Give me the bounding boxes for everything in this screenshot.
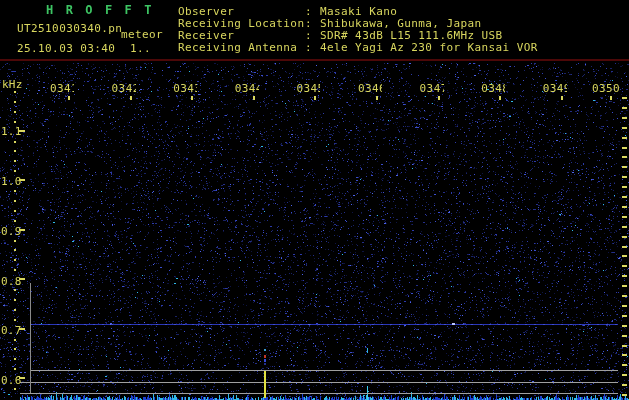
x-axis-label: 0350 — [592, 82, 624, 95]
y-axis-minor-tick — [14, 358, 16, 360]
y-axis-major-tick — [19, 377, 25, 379]
right-axis-tick — [622, 117, 627, 119]
y-axis-minor-tick — [14, 210, 16, 212]
right-axis-tick — [622, 156, 627, 158]
y-axis-minor-tick — [14, 368, 16, 370]
x-axis-label: 0349 — [543, 82, 567, 95]
right-axis-tick — [622, 295, 627, 297]
right-axis-tick — [622, 305, 627, 307]
right-axis-tick — [622, 127, 627, 129]
right-axis-tick — [622, 265, 627, 267]
app-title: H R O F F T — [46, 3, 154, 17]
y-axis-unit: kHz — [2, 78, 22, 91]
y-axis-minor-tick — [14, 289, 16, 291]
y-axis-minor-tick — [14, 121, 16, 123]
right-axis-tick — [622, 147, 627, 149]
x-axis-label: 0342 — [112, 82, 136, 95]
y-axis-minor-tick — [14, 319, 16, 321]
x-axis-tick — [376, 96, 378, 100]
y-axis-minor-tick — [14, 339, 16, 341]
x-axis-tick — [130, 96, 132, 100]
info-label-antenna: Receiving Antenna — [178, 41, 297, 54]
carrier-bright-spot — [308, 324, 310, 325]
y-axis-minor-tick — [14, 348, 16, 350]
meteor-echo-pixel-dim — [264, 363, 266, 365]
right-axis-tick — [622, 394, 627, 396]
x-axis-tick — [438, 96, 440, 100]
x-axis-tick — [314, 96, 316, 100]
y-axis-minor-tick — [14, 388, 16, 390]
x-axis-label: 0345 — [296, 82, 320, 95]
y-axis-label: 0.6 — [1, 374, 21, 387]
y-axis-minor-tick — [14, 150, 16, 152]
right-axis-tick — [622, 354, 627, 356]
strip-divider-line — [20, 382, 618, 383]
x-axis-tick — [561, 96, 563, 100]
header-separator-line — [0, 59, 629, 61]
y-axis-minor-tick — [14, 190, 16, 192]
y-axis-minor-tick — [14, 200, 16, 202]
y-axis-major-tick — [19, 278, 25, 280]
right-axis-tick — [622, 335, 627, 337]
x-axis-tick — [499, 96, 501, 100]
mode-label: meteor — [121, 28, 163, 41]
y-axis-major-tick — [19, 179, 25, 181]
carrier-bright-spot — [222, 324, 224, 325]
right-axis-tick — [622, 196, 627, 198]
y-axis-major-tick — [19, 328, 25, 330]
y-axis-major-tick — [19, 229, 25, 231]
y-axis-label: 0.8 — [1, 275, 21, 288]
right-axis-tick — [622, 216, 627, 218]
y-axis-minor-tick — [14, 249, 16, 251]
y-axis-minor-tick — [14, 160, 16, 162]
right-axis-tick — [622, 236, 627, 238]
x-axis-label: 0341 — [50, 82, 74, 95]
weak-echo-tick — [367, 348, 368, 353]
meteor-echo-pixel-red — [264, 355, 266, 358]
y-axis-minor-tick — [14, 240, 16, 242]
y-axis-minor-tick — [14, 269, 16, 271]
info-value-antenna: 4ele Yagi Az 230 for Kansai VOR — [320, 41, 538, 54]
y-axis-label: 0.7 — [1, 324, 21, 337]
x-axis-label: 0343 — [173, 82, 197, 95]
x-axis-tick — [253, 96, 255, 100]
y-axis-label: 0.9 — [1, 225, 21, 238]
meteor-echo-line — [264, 371, 266, 398]
y-axis-minor-tick — [14, 141, 16, 143]
capture-filename: UT2510030340.pn — [17, 22, 122, 35]
carrier-bright-spot — [452, 323, 455, 325]
y-axis-minor-tick — [14, 101, 16, 103]
carrier-bright-spot — [110, 324, 111, 325]
x-axis-label: 0348 — [481, 82, 505, 95]
y-axis-minor-tick — [14, 220, 16, 222]
right-axis-tick — [622, 315, 627, 317]
hrofft-spectrogram-screen: H R O F F T UT2510030340.pn meteor 25.10… — [0, 0, 629, 400]
right-axis-tick — [622, 107, 627, 109]
y-axis-minor-tick — [14, 299, 16, 301]
y-axis-minor-tick — [14, 91, 16, 93]
x-axis-tick — [68, 96, 70, 100]
meteor-echo-pixel-cyan — [264, 349, 266, 351]
strip-divider-line — [30, 370, 618, 371]
right-axis-tick — [622, 166, 627, 168]
x-axis-label: 0346 — [358, 82, 382, 95]
right-axis-tick — [622, 345, 627, 347]
right-axis-tick — [622, 226, 627, 228]
right-axis-tick — [622, 186, 627, 188]
y-axis-minor-tick — [14, 111, 16, 113]
timestamp: 25.10.03 03:40 — [17, 42, 115, 55]
right-axis-tick — [622, 325, 627, 327]
right-axis-tick — [622, 374, 627, 376]
right-axis-tick — [622, 384, 627, 386]
right-axis-tick — [622, 275, 627, 277]
x-axis-tick — [191, 96, 193, 100]
right-axis-tick — [622, 364, 627, 366]
y-axis-minor-tick — [14, 170, 16, 172]
x-axis-tick — [610, 96, 612, 100]
right-axis-tick — [622, 255, 627, 257]
carrier-signal-line-dashes — [30, 324, 618, 325]
y-axis-major-tick — [19, 130, 25, 132]
strip-divider-line — [20, 393, 618, 394]
right-axis-tick — [622, 206, 627, 208]
y-axis-minor-tick — [14, 309, 16, 311]
